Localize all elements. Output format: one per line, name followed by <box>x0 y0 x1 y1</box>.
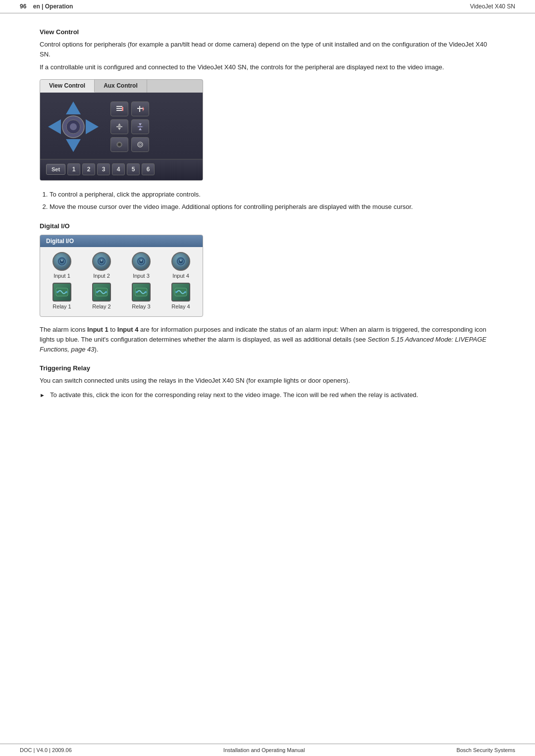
svg-point-37 <box>180 259 182 261</box>
svg-marker-14 <box>143 106 144 111</box>
iris-close-button[interactable] <box>131 119 149 134</box>
svg-marker-18 <box>139 123 142 126</box>
focus-button[interactable] <box>131 101 149 116</box>
input-4-icon[interactable] <box>171 252 190 271</box>
svg-point-24 <box>138 142 143 147</box>
svg-marker-1 <box>66 139 81 152</box>
input-3-label: Input 3 <box>133 273 150 279</box>
bullet-arrow-icon: ► <box>40 391 45 400</box>
main-content: View Control Control options for periphe… <box>0 13 535 744</box>
svg-marker-16 <box>118 128 121 130</box>
svg-point-48 <box>175 291 177 293</box>
input-1-item: Input 1 <box>47 252 77 279</box>
view-control-heading: View Control <box>40 28 495 36</box>
svg-point-34 <box>140 259 142 261</box>
svg-marker-19 <box>139 128 142 130</box>
svg-point-42 <box>96 291 98 293</box>
panel-tabs: View Control Aux Control <box>40 80 203 93</box>
svg-marker-15 <box>118 123 121 126</box>
snapshot-button[interactable] <box>131 137 149 152</box>
svg-rect-13 <box>137 108 143 109</box>
view-control-para1: Control options for peripherals (for exa… <box>40 40 495 59</box>
input-2-icon[interactable] <box>92 252 111 271</box>
relays-row: Relay 1 Relay 2 <box>47 283 196 309</box>
record-button[interactable] <box>110 137 128 152</box>
header-section: en | Operation <box>33 3 73 10</box>
input-3-icon[interactable] <box>132 252 151 271</box>
header-product: VideoJet X40 SN <box>470 3 515 10</box>
input-2-label: Input 2 <box>93 273 110 279</box>
triggering-relay-para: You can switch connected units using the… <box>40 376 495 386</box>
header-bar: 96 en | Operation VideoJet X40 SN <box>0 0 535 13</box>
svg-point-28 <box>61 259 63 261</box>
relay-4-label: Relay 4 <box>171 303 190 309</box>
page-wrapper: 96 en | Operation VideoJet X40 SN View C… <box>0 0 535 756</box>
preset-4-button[interactable]: 4 <box>112 163 125 175</box>
input-1-label: Input 1 <box>54 273 70 279</box>
svg-point-23 <box>118 144 121 146</box>
svg-point-31 <box>101 259 103 261</box>
digital-io-body: Input 1 Input 2 <box>40 247 203 316</box>
input-1-icon[interactable] <box>53 252 71 271</box>
step-1: To control a peripheral, click the appro… <box>50 190 495 200</box>
input-3-item: Input 3 <box>126 252 156 279</box>
view-control-section: View Control Control options for periphe… <box>40 28 495 212</box>
triggering-relay-bullet: ► To activate this, click the icon for t… <box>40 390 495 400</box>
relay-4-icon[interactable] <box>171 283 190 302</box>
preset-2-button[interactable]: 2 <box>82 163 95 175</box>
svg-rect-9 <box>116 106 122 107</box>
panel-body <box>40 93 203 159</box>
relay-1-label: Relay 1 <box>53 303 71 309</box>
triggering-relay-bullet-text: To activate this, click the icon for the… <box>50 390 495 400</box>
tab-view-control[interactable]: View Control <box>40 80 95 93</box>
input-2-item: Input 2 <box>87 252 116 279</box>
ptz-joystick[interactable] <box>46 100 101 154</box>
zoom-in-button[interactable] <box>110 101 128 116</box>
relay-1-item: Relay 1 <box>47 283 77 309</box>
relay-2-icon[interactable] <box>92 283 111 302</box>
svg-marker-2 <box>48 119 61 134</box>
iris-open-button[interactable] <box>110 119 128 134</box>
preset-3-button[interactable]: 3 <box>97 163 110 175</box>
relay-4-item: Relay 4 <box>166 283 196 309</box>
inputs-row: Input 1 Input 2 <box>47 252 196 279</box>
tab-aux-control[interactable]: Aux Control <box>95 80 147 93</box>
desc-end: ). <box>95 346 99 353</box>
control-buttons <box>110 101 149 152</box>
digital-io-heading: Digital I/O <box>40 222 495 230</box>
zoom-row <box>110 101 149 116</box>
relay-2-label: Relay 2 <box>92 303 110 309</box>
footer-bar: DOC | V4.0 | 2009.06 Installation and Op… <box>0 744 535 756</box>
footer-center: Installation and Operating Manual <box>223 747 305 753</box>
preset-row: Set 1 2 3 4 5 6 <box>40 159 203 180</box>
digital-io-description: The alarm icons Input 1 to Input 4 are f… <box>40 325 495 354</box>
input-4-label: Input 4 <box>172 273 189 279</box>
desc-to: to <box>108 326 117 333</box>
triggering-relay-section: Triggering Relay You can switch connecte… <box>40 364 495 400</box>
triggering-relay-heading: Triggering Relay <box>40 364 495 372</box>
svg-rect-11 <box>122 107 123 111</box>
page-number: 96 <box>20 3 26 10</box>
svg-point-7 <box>70 123 77 130</box>
svg-rect-8 <box>116 108 122 109</box>
relay-3-label: Relay 3 <box>132 303 150 309</box>
svg-point-43 <box>105 291 107 293</box>
step-2: Move the mouse cursor over the video ima… <box>50 202 495 212</box>
relay-2-item: Relay 2 <box>87 283 116 309</box>
input4-bold: Input 4 <box>117 326 139 333</box>
preset-5-button[interactable]: 5 <box>127 163 140 175</box>
preset-set-button[interactable]: Set <box>46 164 65 175</box>
digital-io-section: Digital I/O Digital I/O <box>40 222 495 354</box>
preset-1-button[interactable]: 1 <box>67 163 80 175</box>
iris-row <box>110 119 149 134</box>
relay-1-icon[interactable] <box>53 283 71 302</box>
view-control-panel: View Control Aux Control <box>40 79 203 181</box>
footer-left: DOC | V4.0 | 2009.06 <box>20 747 72 753</box>
special-row <box>110 137 149 152</box>
svg-rect-17 <box>116 126 122 127</box>
relay-3-item: Relay 3 <box>126 283 156 309</box>
svg-point-40 <box>65 291 67 293</box>
relay-3-icon[interactable] <box>132 283 151 302</box>
view-control-steps: To control a peripheral, click the appro… <box>40 190 495 212</box>
preset-6-button[interactable]: 6 <box>142 163 155 175</box>
